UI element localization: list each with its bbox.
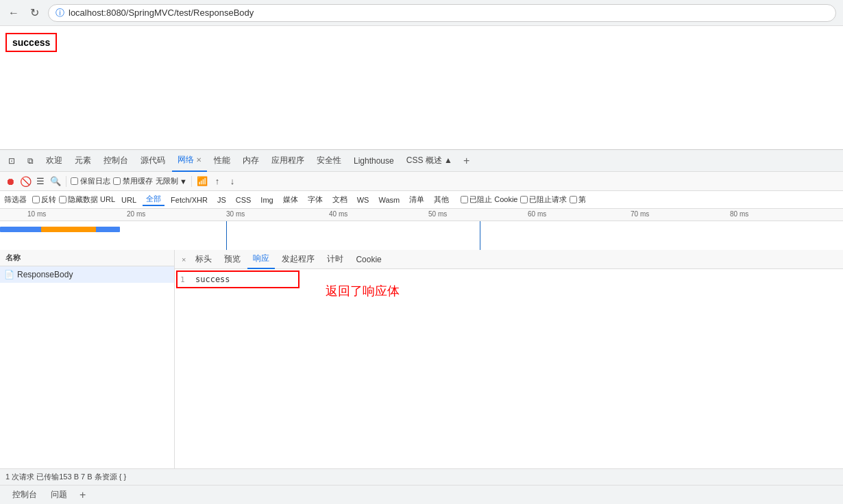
tab-preview[interactable]: 预览 <box>219 250 246 269</box>
tab-timing[interactable]: 计时 <box>321 250 349 269</box>
detail-close-button[interactable]: × <box>179 254 188 265</box>
file-list-header: 名称 <box>0 250 174 266</box>
tab-network[interactable]: 网络 ✕ <box>172 150 207 172</box>
filter-css-btn[interactable]: CSS <box>232 195 255 205</box>
filter-manifest-btn[interactable]: 清单 <box>406 194 428 205</box>
tab-css-overview[interactable]: CSS 概述 ▲ <box>401 150 458 172</box>
third-party-checkbox[interactable] <box>570 196 577 203</box>
tick-70ms: 70 ms <box>631 210 649 218</box>
detail-panel: × 标头 预览 响应 发起程序 计时 Cookie 1 success <box>175 250 843 468</box>
tab-cookie[interactable]: Cookie <box>350 250 387 269</box>
filter-all-btn[interactable]: 全部 <box>143 193 164 206</box>
detail-tabs: × 标头 预览 响应 发起程序 计时 Cookie <box>175 250 843 269</box>
filter-js-btn[interactable]: JS <box>214 195 230 205</box>
filter-bar: 筛选器 反转 隐藏数据 URL URL 全部 Fetch/XHR JS CSS … <box>0 191 843 209</box>
reverse-text: 反转 <box>41 194 56 205</box>
reverse-checkbox[interactable] <box>32 196 40 203</box>
filter-ws-btn[interactable]: WS <box>354 195 373 205</box>
list-item[interactable]: 📄 ResponseBody <box>0 266 174 283</box>
preserve-log-label[interactable]: 保留日志 <box>71 176 110 186</box>
blocked-request-label[interactable]: 已阻止请求 <box>520 194 567 205</box>
tab-console[interactable]: 控制台 <box>98 150 134 172</box>
preserve-log-checkbox[interactable] <box>71 177 78 185</box>
tick-20ms: 20 ms <box>127 210 145 218</box>
vertical-line2 <box>480 221 480 250</box>
file-name: ResponseBody <box>17 270 73 279</box>
vertical-line <box>226 221 227 250</box>
info-icon: ⓘ <box>56 7 64 19</box>
filter-other-btn[interactable]: 其他 <box>430 194 452 205</box>
disable-cache-label[interactable]: 禁用缓存 <box>113 176 153 186</box>
network-tab-close[interactable]: ✕ <box>196 156 201 164</box>
tab-headers[interactable]: 标头 <box>190 250 217 269</box>
wifi-button[interactable]: 📶 <box>196 175 208 188</box>
tab-initiator[interactable]: 发起程序 <box>276 250 320 269</box>
annotation-text: 返回了响应体 <box>326 283 400 299</box>
address-bar[interactable]: ⓘ localhost:8080/SpringMVC/test/Response… <box>48 4 836 22</box>
tab-welcome[interactable]: 欢迎 <box>40 150 68 172</box>
filter-fetch-btn[interactable]: Fetch/XHR <box>167 195 211 205</box>
hide-data-checkbox[interactable] <box>59 196 66 203</box>
tab-lighthouse[interactable]: Lighthouse <box>348 150 400 172</box>
tab-elements[interactable]: 元素 <box>69 150 97 172</box>
blocked-request-text: 已阻止请求 <box>529 194 567 205</box>
devtools-toolbar: ⏺ 🚫 ☰ 🔍 保留日志 禁用缓存 无限制 ▼ 📶 ↑ ↓ <box>0 172 843 191</box>
tab-security[interactable]: 安全性 <box>311 150 347 172</box>
success-box: success <box>5 33 57 52</box>
hide-data-text: 隐藏数据 URL <box>68 194 115 205</box>
filter-wasm-btn[interactable]: Wasm <box>375 195 403 205</box>
bottom-tab-console[interactable]: 控制台 <box>7 487 42 503</box>
filter-url-btn[interactable]: URL <box>118 195 140 205</box>
add-tab-button[interactable]: + <box>459 155 474 167</box>
throttle-dropdown[interactable]: 无限制 ▼ <box>156 176 187 186</box>
line-number: 1 <box>180 275 190 284</box>
bars-row <box>0 221 843 250</box>
tick-60ms: 60 ms <box>528 210 546 218</box>
download-button[interactable]: ↓ <box>226 175 239 188</box>
bar-orange <box>41 227 96 232</box>
throttle-arrow-icon: ▼ <box>180 177 187 186</box>
tab-application[interactable]: 应用程序 <box>266 150 310 172</box>
network-main: 名称 📄 ResponseBody × 标头 预览 响应 发起程序 计时 Coo… <box>0 250 843 468</box>
blocked-cookie-checkbox[interactable] <box>461 196 468 203</box>
tab-response[interactable]: 响应 <box>247 250 275 269</box>
upload-button[interactable]: ↑ <box>211 175 223 188</box>
third-party-label[interactable]: 第 <box>570 194 586 205</box>
preserve-log-text: 保留日志 <box>80 176 110 186</box>
filter-media-btn[interactable]: 媒体 <box>280 194 302 205</box>
reverse-checkbox-label[interactable]: 反转 <box>32 194 56 205</box>
tick-50ms: 50 ms <box>428 210 447 218</box>
detail-content: 1 success 返回了响应体 <box>175 269 843 468</box>
bottom-bar: 控制台 问题 + <box>0 485 843 504</box>
filter-button[interactable]: ☰ <box>34 175 47 188</box>
file-icon: 📄 <box>4 270 14 279</box>
blocked-request-checkbox[interactable] <box>520 196 528 203</box>
success-text: success <box>12 37 50 48</box>
disable-cache-text: 禁用缓存 <box>123 176 153 186</box>
divider1 <box>66 176 66 187</box>
bottom-tab-issues[interactable]: 问题 <box>45 487 73 503</box>
search-button[interactable]: 🔍 <box>49 175 62 188</box>
hide-data-checkbox-label[interactable]: 隐藏数据 URL <box>59 194 115 205</box>
back-button[interactable]: ← <box>7 6 21 20</box>
record-button[interactable]: ⏺ <box>4 175 16 188</box>
spacer <box>0 59 843 149</box>
tab-performance[interactable]: 性能 <box>208 150 236 172</box>
add-bottom-tab-button[interactable]: + <box>75 489 90 501</box>
throttle-text: 无限制 <box>156 176 178 186</box>
filter-font-btn[interactable]: 字体 <box>304 194 326 205</box>
disable-cache-checkbox[interactable] <box>113 177 121 185</box>
clear-button[interactable]: 🚫 <box>19 175 32 188</box>
success-area: success <box>0 26 843 59</box>
tab-memory[interactable]: 内存 <box>237 150 265 172</box>
filter-doc-btn[interactable]: 文档 <box>329 194 351 205</box>
filter-img-btn[interactable]: Img <box>257 195 276 205</box>
tick-10ms: 10 ms <box>27 210 46 218</box>
devtools-panel: ⊡ ⧉ 欢迎 元素 控制台 源代码 网络 ✕ 性能 内存 应用程序 安全性 Li… <box>0 149 843 485</box>
blocked-cookie-label[interactable]: 已阻止 Cookie <box>461 194 517 205</box>
browser-toolbar: ← ↻ ⓘ localhost:8080/SpringMVC/test/Resp… <box>0 0 843 26</box>
tab-icon-panel2[interactable]: ⧉ <box>22 150 39 172</box>
refresh-button[interactable]: ↻ <box>27 6 41 20</box>
tab-sources[interactable]: 源代码 <box>135 150 171 172</box>
tab-icon-panel[interactable]: ⊡ <box>3 150 21 172</box>
